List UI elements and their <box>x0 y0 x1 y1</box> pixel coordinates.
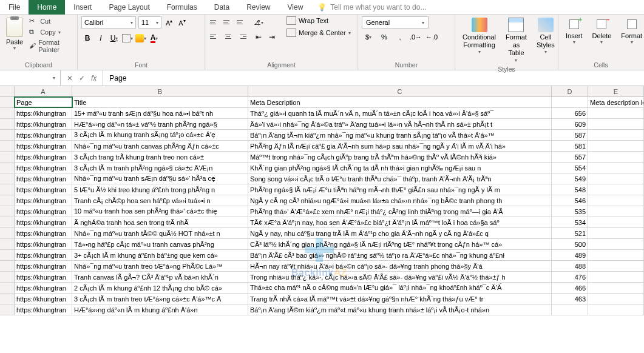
paste-button[interactable]: Paste ▾ <box>4 16 25 52</box>
cell[interactable]: https://khungtran <box>15 163 72 173</box>
cell[interactable]: Tháº¿ giá»›i quanh ta lÃ muÃ´n vÃ n, muÃ… <box>248 108 552 118</box>
tab-review[interactable]: Review <box>238 0 279 15</box>
cell[interactable]: Tranh cÃ¡ chÃ©p hoa sen háº£p vá»›i tuá»… <box>72 195 248 206</box>
row-header[interactable] <box>0 304 15 315</box>
row-header[interactable] <box>0 173 15 184</box>
format-cells-button[interactable]: Format▾ <box>617 16 644 46</box>
row-header[interactable] <box>0 119 15 129</box>
cell[interactable]: https://khungtran <box>15 228 72 238</box>
tab-data[interactable]: Data <box>206 0 238 15</box>
cell[interactable]: NgÃ y cÃ ng cÃ³ nhiá»u ngÆ°á»i muá»n lá»… <box>248 195 552 206</box>
cell[interactable]: Meta Description <box>248 97 552 107</box>
row-header[interactable] <box>0 239 15 249</box>
align-middle-button[interactable] <box>222 16 234 27</box>
cell[interactable]: Thá»±c cha máº¹ nÃ o cÅ©ng muá»'n lÆ°u g… <box>248 283 552 293</box>
row-header[interactable] <box>0 130 15 140</box>
cell[interactable]: HÆ°á»›ng dáº«n tá»± váº½ tranh phÃ²ng ng… <box>72 119 248 129</box>
increase-font-button[interactable]: A▴ <box>164 17 174 28</box>
cell[interactable]: https://khungtran <box>15 283 72 293</box>
row-header[interactable] <box>0 206 15 217</box>
cancel-formula-icon[interactable]: ✕ <box>67 74 73 82</box>
cell[interactable]: https://khungtran <box>15 206 72 217</box>
cell[interactable] <box>588 130 644 140</box>
cell[interactable]: Báº¡n Ä'Ã£ cÃ³ bao giá»› nghÄ© ráº±ng sá… <box>248 250 552 260</box>
increase-indent-button[interactable]: ⇥ <box>266 31 278 43</box>
select-all-corner[interactable] <box>0 86 15 96</box>
row-header[interactable] <box>0 108 15 118</box>
cell[interactable]: Ã nghÄ©a tranh hoa sen trong trÃ­ nhÃ <box>72 217 248 227</box>
cell[interactable]: 3+ cÃ¡ch lÃ m khung áº£nh báº±ng que kem… <box>72 250 248 260</box>
cell[interactable]: https://khungtran <box>15 130 72 140</box>
cell[interactable]: https://khungtran <box>15 173 72 184</box>
cell[interactable]: Title <box>72 97 248 107</box>
cell[interactable] <box>588 173 644 184</box>
row-header[interactable] <box>0 294 15 304</box>
enter-formula-icon[interactable]: ✓ <box>79 74 85 82</box>
cell[interactable] <box>588 261 644 271</box>
decrease-font-button[interactable]: A▾ <box>177 17 187 28</box>
increase-decimal-button[interactable]: .0→ <box>409 31 422 43</box>
formula-input[interactable]: Page <box>103 74 644 82</box>
align-center-button[interactable] <box>222 31 234 42</box>
cell[interactable]: HÃ¬n nay ráº¥t nhiá»u Ä'á»i bá»©n cáº¡o … <box>248 261 552 271</box>
cell[interactable]: Máº™t trong nhá»¯ng cÃ¡ch giÃºp trang tr… <box>248 152 552 162</box>
cell[interactable]: 3 cÃ¡ch lÃ m tranh treo tÆ°á»ng cá»±c Ä'… <box>72 294 248 304</box>
cell[interactable]: TÃ¢ xÆ°a Ä'áº¡n nay, hoa sen Ä'Æ°á»£c bi… <box>248 217 552 227</box>
col-header-B[interactable]: B <box>72 86 248 96</box>
delete-cells-button[interactable]: Delete▾ <box>589 16 615 46</box>
cell[interactable]: 3 cÃ¡ch lÃ m tranh phÃ²ng ngá»§ cá»±c Ä'… <box>72 163 248 173</box>
cell[interactable] <box>588 239 644 249</box>
cell[interactable]: HÆ°á»›ng dáº«n lÃ m khung áº£nh Ä'á»n <box>72 304 248 315</box>
cell[interactable]: 548 <box>552 184 588 195</box>
cell[interactable] <box>588 152 644 162</box>
decrease-decimal-button[interactable]: ←.0 <box>425 31 438 43</box>
cell[interactable]: https://khungtran <box>15 239 72 249</box>
cell[interactable]: Nhá»¯ng máº«u tranh tÃ©© quÃ½ HOT nhá»±t… <box>72 228 248 238</box>
cell[interactable]: Nhá»¯ng máº«u tranh treo tÆ°á»ng PhÃ©c L… <box>72 261 248 271</box>
cell[interactable] <box>588 217 644 227</box>
decrease-indent-button[interactable]: ⇤ <box>253 31 265 43</box>
row-header[interactable] <box>0 97 15 107</box>
row-header[interactable] <box>0 283 15 293</box>
cell[interactable] <box>588 119 644 129</box>
align-bottom-button[interactable] <box>236 16 248 27</box>
comma-button[interactable]: , <box>393 31 407 43</box>
cell[interactable]: https://khungtran <box>15 184 72 195</box>
cell[interactable]: PhÃ²ng ngá»§ lÃ nÆ¡i Æ°u tiÃªn háº­ng mÃ… <box>248 184 552 195</box>
cell[interactable]: Page <box>15 97 72 107</box>
row-header[interactable] <box>0 141 15 151</box>
conditional-formatting-button[interactable]: Conditional Formatting▾ <box>459 16 500 56</box>
cell[interactable]: https://khungtran <box>15 108 72 118</box>
cell[interactable]: Báº¡n Ä'ang tÃ¬m kiáº¿m nhá»¯ng máº«u kh… <box>248 130 552 140</box>
cell[interactable]: https://khungtran <box>15 217 72 227</box>
format-as-table-button[interactable]: Format as Table▾ <box>502 16 530 64</box>
cell[interactable]: KhÃ´ng gian phÃ²ng ngá»§ lÃ chÃ´ng ta dÃ… <box>248 163 552 173</box>
cell[interactable]: NgÃ y nay, nhu cáº§u trang trÃ­ lÃ m Ä'á… <box>248 228 552 238</box>
cell[interactable]: 557 <box>552 152 588 162</box>
cell[interactable]: 5 lÆ°u Ã½ khi treo khung áº£nh trong phÃ… <box>72 184 248 195</box>
cell[interactable]: 609 <box>552 119 588 129</box>
tab-file[interactable]: File <box>0 0 29 15</box>
row-header[interactable] <box>0 228 15 238</box>
cell[interactable]: Nhá»¯ng máº«u tranh canvas phÃ²ng Äƒn cá… <box>72 141 248 151</box>
name-box[interactable]: ▾ <box>0 70 61 86</box>
cut-button[interactable]: ✂Cut <box>28 16 73 26</box>
tab-pagelayout[interactable]: Page Layout <box>100 0 158 15</box>
bold-button[interactable]: B <box>81 32 93 44</box>
cell[interactable]: 521 <box>552 228 588 238</box>
cell[interactable]: 534 <box>552 217 588 227</box>
cell-styles-button[interactable]: Cell Styles▾ <box>533 16 558 56</box>
cell[interactable]: 476 <box>552 272 588 282</box>
cell[interactable] <box>588 163 644 173</box>
tab-home[interactable]: Home <box>29 0 65 15</box>
cell[interactable]: Nhá»¯ng máº«u tranh sÆ¡n dáº§u sá»' hÃ³a… <box>72 173 248 184</box>
cell[interactable] <box>588 195 644 206</box>
cell[interactable]: 581 <box>552 141 588 151</box>
cell[interactable]: https://khungtran <box>15 119 72 129</box>
row-header[interactable] <box>0 250 15 260</box>
cell[interactable] <box>588 304 644 315</box>
cell[interactable]: 3 cÃ¡ch trang trÃ­ khung tranh treo non … <box>72 152 248 162</box>
row-header[interactable] <box>0 184 15 195</box>
row-header[interactable] <box>0 272 15 282</box>
row-header[interactable] <box>0 261 15 271</box>
